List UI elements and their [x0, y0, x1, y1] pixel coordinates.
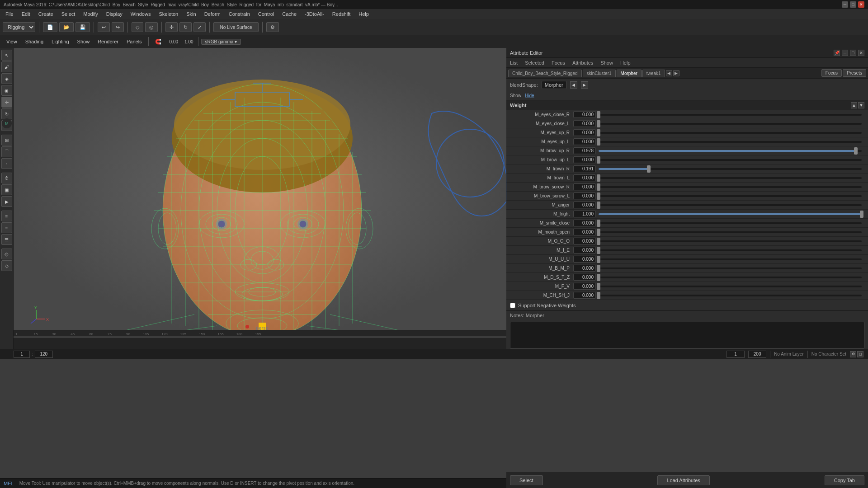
morph-slider-track-M_fright[interactable] — [599, 213, 862, 215]
snap-curve-btn[interactable]: ⌒ — [1, 146, 12, 157]
menu-skeleton[interactable]: Skeleton — [155, 10, 182, 18]
morph-slider-track-M_eyes_close_R[interactable] — [599, 114, 862, 116]
menu-display[interactable]: Display — [103, 10, 126, 18]
open-btn[interactable]: 📂 — [59, 22, 74, 32]
morph-slider-thumb-M_brow_up_L[interactable] — [597, 156, 600, 164]
menu-skin[interactable]: Skin — [183, 10, 199, 18]
tab-prev-arrow[interactable]: ◀ — [666, 70, 672, 76]
viewport[interactable]: persp X Y — [14, 48, 506, 335]
menu-modify[interactable]: Modify — [80, 10, 101, 18]
lighting-menu[interactable]: Lighting — [48, 38, 73, 45]
scale-btn[interactable]: ⤢ — [193, 22, 206, 32]
select-btn[interactable]: ◇ — [132, 22, 143, 32]
nav-list[interactable]: List — [508, 59, 519, 66]
morph-value-M_brow_up_L[interactable]: 0.000 — [573, 156, 596, 163]
morph-value-M_B_M_P[interactable]: 0.000 — [573, 265, 596, 272]
morph-value-M_CH_SH_J[interactable]: 0.000 — [573, 292, 596, 299]
menu-control[interactable]: Control — [255, 10, 278, 18]
color-space[interactable]: sRGB gamma ▾ — [201, 39, 241, 45]
morph-value-M_O_O_O[interactable]: 0.000 — [573, 238, 596, 244]
rotate-btn[interactable]: ↻ — [179, 22, 192, 32]
isolate-btn[interactable]: ◇ — [1, 260, 12, 271]
save-btn[interactable]: 💾 — [75, 22, 90, 32]
morph-slider-track-M_frown_R[interactable] — [599, 168, 862, 170]
paint-tool-btn[interactable]: 🖌 — [1, 61, 12, 72]
attr-pin-btn[interactable]: 📌 — [834, 50, 840, 56]
copy-tab-button[interactable]: Copy Tab — [825, 475, 864, 485]
morph-value-M_eyes_close_R[interactable]: 0.000 — [573, 111, 596, 118]
morph-slider-thumb-M_D_S_T_Z[interactable] — [597, 274, 600, 281]
select-tool-btn[interactable]: ↖ — [1, 50, 12, 61]
load-attributes-button[interactable]: Load Attributes — [657, 475, 709, 485]
morph-slider-thumb-M_eyes_up_R[interactable] — [597, 129, 600, 136]
morph-slider-track-M_mouth_open[interactable] — [599, 231, 862, 233]
morph-value-M_U_U_U[interactable]: 0.000 — [573, 256, 596, 263]
anim-range-end[interactable] — [748, 351, 766, 358]
undo-btn[interactable]: ↩ — [98, 22, 110, 32]
morph-value-M_frown_L[interactable]: 0.000 — [573, 174, 596, 181]
node-tab-morpher[interactable]: Morpher — [617, 70, 642, 77]
new-btn[interactable]: 📄 — [43, 22, 57, 32]
snap-options[interactable]: 🧲 — [151, 38, 165, 46]
move-btn[interactable]: ✛ — [165, 22, 178, 32]
morph-slider-track-M_smile_close[interactable] — [599, 222, 862, 224]
nav-focus[interactable]: Focus — [550, 59, 567, 66]
morph-value-M_smile_close[interactable]: 0.000 — [573, 220, 596, 226]
morph-slider-thumb-M_B_M_P[interactable] — [597, 265, 600, 272]
morph-value-M_anger[interactable]: 0.000 — [573, 202, 596, 208]
snap-point-btn[interactable]: · — [1, 158, 12, 169]
morph-slider-track-M_eyes_close_L[interactable] — [599, 123, 862, 125]
presets-button[interactable]: Presets — [843, 69, 866, 77]
blendshape-prev-btn[interactable]: ◀ — [570, 81, 577, 89]
morph-slider-track-M_frown_L[interactable] — [599, 177, 862, 179]
attribute-btn[interactable]: ≡ — [1, 211, 12, 221]
morph-slider-thumb-M_eyes_up_L[interactable] — [597, 138, 600, 145]
char-set-btn2[interactable]: ◻ — [857, 351, 863, 357]
morph-slider-thumb-M_brow_sorow_L[interactable] — [597, 192, 600, 200]
menu-windows[interactable]: Windows — [127, 10, 155, 18]
menu-redshift[interactable]: Redshift — [329, 10, 354, 18]
morph-slider-thumb-M_fright[interactable] — [860, 211, 863, 218]
component-tool-btn[interactable]: ◈ — [1, 73, 12, 84]
morph-slider-thumb-M_U_U_U[interactable] — [597, 256, 600, 263]
no-anim-layer[interactable]: No Anim Layer — [774, 352, 804, 357]
morph-value-M_brow_up_R[interactable]: 0.978 — [573, 147, 596, 154]
morph-value-M_F_V[interactable]: 0.000 — [573, 283, 596, 290]
morph-slider-thumb-M_I_E[interactable] — [597, 247, 600, 254]
morph-slider-thumb-M_anger[interactable] — [597, 202, 600, 209]
morph-slider-track-M_CH_SH_J[interactable] — [599, 295, 862, 296]
maximize-button[interactable]: □ — [850, 1, 856, 8]
morph-value-M_brow_sorow_R[interactable]: 0.000 — [573, 183, 596, 190]
morph-slider-thumb-M_frown_R[interactable] — [647, 165, 651, 173]
morph-slider-track-M_I_E[interactable] — [599, 249, 862, 251]
morph-value-M_eyes_up_L[interactable]: 0.000 — [573, 138, 596, 145]
shading-menu[interactable]: Shading — [22, 38, 47, 45]
morph-slider-track-M_F_V[interactable] — [599, 286, 862, 287]
morph-value-M_fright[interactable]: 1.000 — [573, 211, 596, 217]
morph-value-M_frown_R[interactable]: 0.191 — [573, 165, 596, 172]
morph-slider-thumb-M_F_V[interactable] — [597, 283, 600, 290]
close-button[interactable]: ✕ — [858, 1, 864, 8]
morph-slider-thumb-M_O_O_O[interactable] — [597, 238, 600, 245]
morph-slider-thumb-M_eyes_close_L[interactable] — [597, 120, 600, 127]
view-menu[interactable]: View — [3, 38, 21, 45]
morph-value-M_eyes_up_R[interactable]: 0.000 — [573, 129, 596, 136]
nav-show[interactable]: Show — [599, 59, 615, 66]
lasso-btn[interactable]: ◎ — [145, 22, 158, 32]
menu-select[interactable]: Select — [58, 10, 79, 18]
show-menu[interactable]: Show — [74, 38, 94, 45]
history-btn[interactable]: ⏱ — [1, 173, 12, 183]
morph-value-M_eyes_close_L[interactable]: 0.000 — [573, 120, 596, 127]
morph-slider-track-M_U_U_U[interactable] — [599, 258, 862, 260]
blendshape-next-btn[interactable]: ▶ — [581, 81, 588, 89]
morph-slider-thumb-M_frown_L[interactable] — [597, 174, 600, 182]
redo-btn[interactable]: ↪ — [112, 22, 124, 32]
morph-slider-thumb-M_smile_close[interactable] — [597, 220, 600, 227]
morph-value-M_mouth_open[interactable]: 0.000 — [573, 229, 596, 235]
morph-slider-track-M_eyes_up_L[interactable] — [599, 141, 862, 143]
morph-slider-track-M_anger[interactable] — [599, 204, 862, 206]
morph-slider-thumb-M_mouth_open[interactable] — [597, 229, 600, 236]
attr-expand-btn[interactable]: □ — [850, 50, 856, 56]
move-tool-btn[interactable]: ✛ — [1, 97, 12, 108]
menu-constrain[interactable]: Constrain — [225, 10, 254, 18]
